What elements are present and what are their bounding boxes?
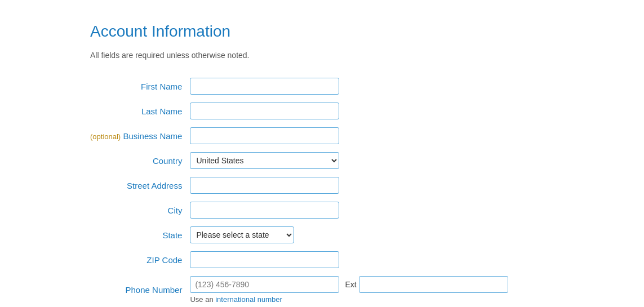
zip-code-input[interactable] (190, 251, 339, 268)
street-address-label: Street Address (90, 175, 190, 196)
city-input[interactable] (190, 202, 339, 219)
city-field (190, 199, 508, 221)
street-address-input[interactable] (190, 177, 339, 194)
account-form: First Name Last Name (optional) Business… (90, 72, 508, 307)
page-title: Account Information (90, 23, 644, 41)
state-label: State (90, 224, 190, 246)
business-name-row: (optional) Business Name (90, 125, 508, 146)
business-name-input[interactable] (190, 127, 339, 144)
phone-input[interactable] (190, 276, 339, 293)
country-row: Country United States Canada United King… (90, 150, 508, 171)
intl-prefix-text: Use an (190, 295, 215, 304)
ext-input[interactable] (359, 276, 508, 293)
country-label: Country (90, 150, 190, 171)
subtitle: All fields are required unless otherwise… (90, 51, 644, 60)
street-address-row: Street Address (90, 175, 508, 196)
first-name-field (190, 75, 508, 97)
state-row: State Please select a state Alabama Alas… (90, 224, 508, 246)
last-name-label: Last Name (90, 100, 190, 122)
business-name-label-text: Business Name (123, 131, 182, 141)
first-name-label: First Name (90, 75, 190, 97)
last-name-field (190, 100, 508, 122)
state-field: Please select a state Alabama Alaska Ari… (190, 224, 508, 246)
zip-code-field (190, 249, 508, 270)
page-container: Account Information All fields are requi… (0, 0, 644, 307)
last-name-input[interactable] (190, 103, 339, 119)
ext-label: Ext (345, 280, 356, 289)
business-name-label: (optional) Business Name (90, 125, 190, 146)
state-select[interactable]: Please select a state Alabama Alaska Ari… (190, 226, 294, 243)
zip-code-row: ZIP Code (90, 249, 508, 270)
business-name-field (190, 125, 508, 146)
intl-number-note: Use an international number (190, 295, 508, 304)
country-field: United States Canada United Kingdom Aust… (190, 150, 508, 171)
phone-row-content: Ext (190, 276, 508, 293)
first-name-row: First Name (90, 75, 508, 97)
phone-number-label: Phone Number (90, 274, 190, 306)
last-name-row: Last Name (90, 100, 508, 122)
country-select[interactable]: United States Canada United Kingdom Aust… (190, 152, 339, 169)
phone-number-field: Ext Use an international number (190, 274, 508, 306)
street-address-field (190, 175, 508, 196)
intl-number-link[interactable]: international number (215, 295, 282, 304)
optional-tag: (optional) (90, 132, 121, 141)
zip-code-label: ZIP Code (90, 249, 190, 270)
city-label: City (90, 199, 190, 221)
phone-number-row: Phone Number Ext Use an international nu… (90, 274, 508, 306)
city-row: City (90, 199, 508, 221)
first-name-input[interactable] (190, 78, 339, 95)
